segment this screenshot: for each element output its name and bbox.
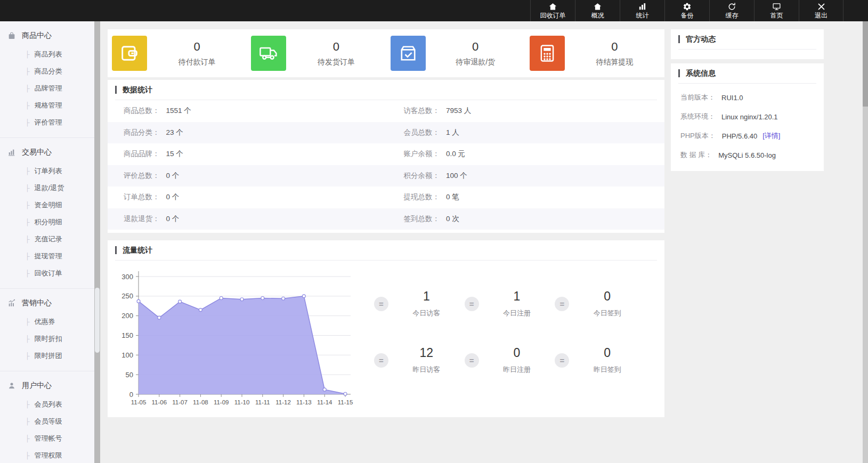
traffic-stat-label: 昨日访客 (388, 365, 465, 375)
stat-label: 退款退货： (124, 214, 160, 224)
sidebar-item-label: 回收订单 (35, 269, 62, 278)
svg-text:11-13: 11-13 (296, 399, 312, 405)
traffic-stat-label: 今日签到 (569, 308, 645, 318)
sidebar-scrollbar[interactable] (94, 21, 100, 463)
sidebar-item-goods-center-3[interactable]: ├规格管理 (0, 97, 94, 114)
topbar-item-homepage[interactable]: 首页 (754, 0, 799, 21)
traffic-stat-info: 0昨日注册 (479, 346, 555, 375)
traffic-panel: 流量统计 05010015020025030011-0511-0611-0711… (108, 240, 664, 417)
stats-cell: 商品品牌：15 个 (108, 149, 385, 159)
traffic-stat-value: 1 (388, 289, 465, 304)
topbar-item-statistics[interactable]: 统计 (620, 0, 664, 21)
sidebar-item-goods-center-4[interactable]: ├评价管理 (0, 114, 94, 131)
sidebar-item-label: 会员列表 (35, 400, 62, 409)
topbar-item-cache[interactable]: 缓存 (709, 0, 754, 21)
sidebar-item-trade-center-1[interactable]: ├退款/退货 (0, 180, 94, 197)
sidebar-item-marketing-center-0[interactable]: ├优惠券 (0, 313, 94, 330)
page-scrollbar[interactable] (863, 21, 868, 463)
sidebar-item-label: 限时拼团 (35, 351, 62, 361)
topbar: 回收订单概况统计备份缓存首页退出 (0, 0, 868, 21)
svg-text:11-06: 11-06 (152, 399, 167, 405)
equals-circle-icon: = (465, 353, 479, 368)
system-info-value: PHP/5.6.40 (722, 132, 758, 140)
sidebar-item-marketing-center-2[interactable]: ├限时拼团 (0, 347, 94, 364)
sidebar-section-marketing-center: 营销中心├优惠券├限时折扣├限时拼团 (0, 289, 94, 371)
sidebar-item-trade-center-4[interactable]: ├充值记录 (0, 231, 94, 248)
sidebar-section-header-marketing-center[interactable]: 营销中心 (0, 293, 94, 313)
sidebar-section-header-user-center[interactable]: 用户中心 (0, 376, 94, 396)
stat-value: 0 个 (166, 171, 180, 181)
sidebar-item-label: 品牌管理 (35, 84, 62, 93)
stat-label: 账户余额： (404, 149, 440, 159)
svg-text:11-15: 11-15 (338, 399, 353, 405)
sidebar-item-user-center-3[interactable]: ├管理权限 (0, 447, 94, 463)
system-info-label: 数 据 库： (680, 150, 712, 160)
stats-row-1: 商品分类：23 个会员总数：1 人 (108, 122, 664, 144)
sidebar-section-header-trade-center[interactable]: 交易中心 (0, 142, 94, 163)
sidebar-item-goods-center-0[interactable]: ├商品列表 (0, 46, 94, 63)
sidebar-item-label: 限时折扣 (35, 334, 62, 344)
sidebar-item-trade-center-0[interactable]: ├订单列表 (0, 163, 94, 180)
sidebar-item-marketing-center-1[interactable]: ├限时折扣 (0, 330, 94, 347)
sidebar-item-trade-center-2[interactable]: ├资金明细 (0, 197, 94, 214)
stat-value: 0 次 (446, 214, 459, 224)
svg-text:100: 100 (121, 351, 133, 359)
home-icon (593, 2, 602, 11)
stats-cell: 签到总数：0 次 (385, 214, 665, 224)
summary-card-label: 待审退款/货 (426, 58, 525, 67)
system-info-title: 系统信息 (686, 69, 716, 78)
traffic-stat-value: 0 (569, 346, 645, 360)
sidebar-item-trade-center-5[interactable]: ├提现管理 (0, 248, 94, 265)
sidebar-section-title: 商品中心 (22, 31, 52, 40)
sidebar-item-user-center-1[interactable]: ├会员等级 (0, 413, 94, 430)
php-details-link[interactable]: [详情] (762, 131, 780, 141)
system-info-row-0: 当前版本：RUI1.0 (672, 88, 823, 107)
topbar-item-recycle-orders[interactable]: 回收订单 (530, 0, 575, 21)
svg-text:11-14: 11-14 (317, 399, 332, 405)
tree-branch-glyph: ├ (25, 167, 30, 175)
tree-branch-glyph: ├ (25, 218, 30, 226)
sidebar-item-label: 管理帐号 (35, 434, 62, 443)
summary-card-value: 0 (426, 40, 525, 54)
stat-value: 15 个 (166, 149, 183, 159)
pending-payment-card[interactable]: 0待付款订单 (108, 36, 247, 71)
sidebar-item-trade-center-6[interactable]: ├回收订单 (0, 265, 94, 282)
sidebar-item-label: 退款/退货 (35, 183, 64, 193)
tree-branch-glyph: ├ (25, 435, 30, 442)
traffic-stats-grid: =1今日访客=1今日注册=0今日签到=12昨日访客=0昨日注册=0昨日签到 (363, 265, 664, 413)
stats-icon (638, 2, 647, 11)
sidebar-item-goods-center-1[interactable]: ├商品分类 (0, 63, 94, 80)
tree-branch-glyph: ├ (25, 253, 30, 260)
topbar-item-overview[interactable]: 概况 (575, 0, 620, 21)
pending-refund-card[interactable]: 0待审退款/货 (386, 36, 525, 71)
official-news-header: 官方动态 (678, 29, 816, 50)
system-info-panel: 系统信息 当前版本：RUI1.0系统环境：Linux nginx/1.20.1P… (671, 63, 824, 171)
topbar-item-label: 概况 (591, 12, 604, 19)
stat-value: 0 个 (166, 192, 180, 202)
topbar-item-label: 回收订单 (540, 12, 566, 19)
stat-label: 订单总数： (124, 192, 160, 202)
sidebar-section-user-center: 用户中心├会员列表├会员等级├管理帐号├管理权限 (0, 371, 94, 463)
equals-circle-icon: = (374, 297, 388, 311)
svg-text:11-07: 11-07 (172, 399, 188, 405)
pending-settlement-card[interactable]: 0待结算提现 (525, 36, 664, 71)
data-stats-header: 数据统计 (115, 80, 657, 100)
sidebar-item-trade-center-3[interactable]: ├积分明细 (0, 214, 94, 231)
topbar-item-logout[interactable]: 退出 (799, 0, 843, 21)
box-check-icon (391, 36, 426, 71)
sidebar-item-label: 商品列表 (35, 50, 62, 59)
summary-card-value: 0 (286, 40, 386, 54)
stat-value: 100 个 (446, 171, 467, 181)
sidebar-item-goods-center-2[interactable]: ├品牌管理 (0, 80, 94, 97)
stat-value: 1 人 (446, 128, 459, 137)
topbar-item-backup[interactable]: 备份 (664, 0, 709, 21)
sidebar-item-user-center-0[interactable]: ├会员列表 (0, 396, 94, 413)
sidebar-item-label: 订单列表 (35, 166, 62, 176)
stats-row-5: 退款退货：0 个签到总数：0 次 (108, 208, 664, 230)
sidebar-scrollbar-thumb[interactable] (95, 288, 100, 353)
page-scrollbar-thumb[interactable] (863, 21, 868, 107)
svg-text:0: 0 (129, 391, 133, 399)
sidebar-item-user-center-2[interactable]: ├管理帐号 (0, 430, 94, 447)
pending-shipment-card[interactable]: 0待发货订单 (247, 36, 386, 71)
sidebar-section-header-goods-center[interactable]: 商品中心 (0, 26, 94, 46)
